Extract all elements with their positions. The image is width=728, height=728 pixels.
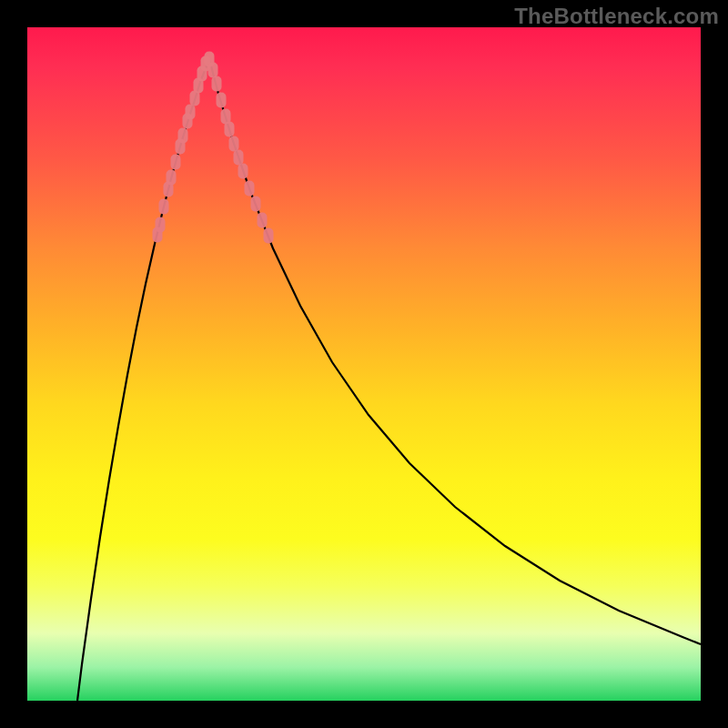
chart-svg: [27, 27, 701, 701]
data-marker: [212, 76, 222, 92]
watermark-text: TheBottleneck.com: [514, 4, 719, 29]
data-marker: [186, 105, 196, 120]
curve-left-curve: [77, 59, 209, 701]
data-marker: [251, 197, 261, 212]
data-marker: [234, 150, 244, 166]
data-marker: [258, 213, 268, 228]
data-marker: [264, 228, 274, 244]
curve-group: [77, 59, 701, 701]
data-marker: [238, 164, 248, 179]
data-marker: [156, 217, 166, 233]
data-marker: [178, 128, 188, 144]
data-marker: [229, 136, 239, 152]
data-marker: [171, 155, 181, 170]
data-marker: [208, 63, 218, 78]
data-marker: [167, 170, 177, 186]
chart-frame: [27, 27, 701, 701]
data-marker: [245, 181, 255, 197]
data-marker: [225, 122, 235, 137]
marker-group: [153, 52, 274, 244]
data-marker: [159, 199, 169, 215]
curve-right-curve: [209, 59, 701, 644]
data-marker: [217, 93, 227, 108]
